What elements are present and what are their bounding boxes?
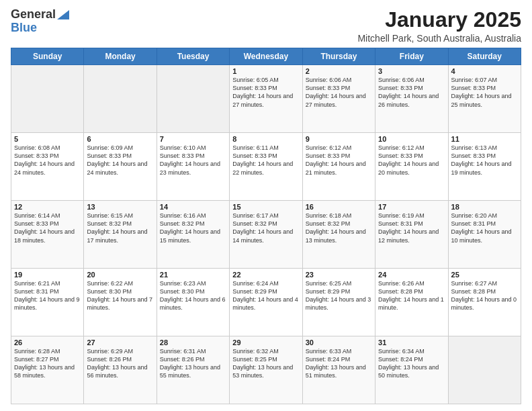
calendar-week-5: 26Sunrise: 6:28 AM Sunset: 8:27 PM Dayli… xyxy=(11,336,521,404)
calendar-cell: 20Sunrise: 6:22 AM Sunset: 8:30 PM Dayli… xyxy=(84,269,157,336)
calendar-week-2: 5Sunrise: 6:08 AM Sunset: 8:33 PM Daylig… xyxy=(11,133,521,201)
day-number: 29 xyxy=(232,338,299,347)
day-number: 13 xyxy=(87,203,153,211)
day-info: Sunrise: 6:13 AM Sunset: 8:33 PM Dayligh… xyxy=(451,144,518,177)
day-info: Sunrise: 6:18 AM Sunset: 8:32 PM Dayligh… xyxy=(306,212,372,244)
calendar-cell: 3Sunrise: 6:06 AM Sunset: 8:33 PM Daylig… xyxy=(375,65,448,133)
calendar-cell: 21Sunrise: 6:23 AM Sunset: 8:30 PM Dayli… xyxy=(157,269,229,336)
calendar-cell: 24Sunrise: 6:26 AM Sunset: 8:28 PM Dayli… xyxy=(375,269,448,336)
calendar-cell xyxy=(84,65,157,133)
calendar-cell: 28Sunrise: 6:31 AM Sunset: 8:26 PM Dayli… xyxy=(157,336,229,404)
day-number: 7 xyxy=(160,135,226,143)
calendar-cell: 16Sunrise: 6:18 AM Sunset: 8:32 PM Dayli… xyxy=(302,201,375,269)
day-number: 10 xyxy=(378,135,445,143)
logo-blue-text: Blue xyxy=(11,21,37,35)
logo: General Blue xyxy=(11,8,69,35)
calendar-cell xyxy=(157,65,229,133)
day-number: 12 xyxy=(14,203,81,211)
calendar-cell: 11Sunrise: 6:13 AM Sunset: 8:33 PM Dayli… xyxy=(448,133,521,201)
weekday-header-sunday: Sunday xyxy=(11,48,84,65)
day-info: Sunrise: 6:16 AM Sunset: 8:32 PM Dayligh… xyxy=(160,212,226,244)
day-number: 31 xyxy=(378,338,445,347)
calendar-cell: 5Sunrise: 6:08 AM Sunset: 8:33 PM Daylig… xyxy=(11,133,84,201)
day-number: 17 xyxy=(378,203,445,211)
calendar-cell: 10Sunrise: 6:12 AM Sunset: 8:33 PM Dayli… xyxy=(375,133,448,201)
weekday-header-wednesday: Wednesday xyxy=(230,48,302,65)
calendar-week-4: 19Sunrise: 6:21 AM Sunset: 8:31 PM Dayli… xyxy=(11,269,521,336)
day-info: Sunrise: 6:15 AM Sunset: 8:32 PM Dayligh… xyxy=(87,212,153,244)
day-number: 9 xyxy=(306,135,372,143)
day-number: 30 xyxy=(306,338,372,347)
calendar-cell: 13Sunrise: 6:15 AM Sunset: 8:32 PM Dayli… xyxy=(84,201,157,269)
calendar-cell: 12Sunrise: 6:14 AM Sunset: 8:33 PM Dayli… xyxy=(11,201,84,269)
weekday-header-monday: Monday xyxy=(84,48,157,65)
weekday-header-row: SundayMondayTuesdayWednesdayThursdayFrid… xyxy=(11,48,521,65)
day-info: Sunrise: 6:11 AM Sunset: 8:33 PM Dayligh… xyxy=(232,144,299,177)
day-info: Sunrise: 6:07 AM Sunset: 8:33 PM Dayligh… xyxy=(451,76,518,109)
day-info: Sunrise: 6:22 AM Sunset: 8:30 PM Dayligh… xyxy=(87,279,153,312)
day-info: Sunrise: 6:21 AM Sunset: 8:31 PM Dayligh… xyxy=(14,279,81,312)
day-info: Sunrise: 6:29 AM Sunset: 8:26 PM Dayligh… xyxy=(87,347,153,380)
day-info: Sunrise: 6:33 AM Sunset: 8:24 PM Dayligh… xyxy=(306,347,372,380)
svg-marker-0 xyxy=(57,10,69,19)
title-location: Mitchell Park, South Australia, Australi… xyxy=(357,33,521,44)
calendar-cell: 4Sunrise: 6:07 AM Sunset: 8:33 PM Daylig… xyxy=(448,65,521,133)
calendar-cell: 2Sunrise: 6:06 AM Sunset: 8:33 PM Daylig… xyxy=(302,65,375,133)
day-number: 27 xyxy=(87,338,153,347)
day-number: 23 xyxy=(306,271,372,279)
header: General Blue January 2025 Mitchell Park,… xyxy=(11,8,521,44)
day-number: 18 xyxy=(451,203,518,211)
day-info: Sunrise: 6:17 AM Sunset: 8:32 PM Dayligh… xyxy=(232,212,299,244)
day-info: Sunrise: 6:05 AM Sunset: 8:33 PM Dayligh… xyxy=(232,76,299,109)
day-info: Sunrise: 6:19 AM Sunset: 8:31 PM Dayligh… xyxy=(378,212,445,244)
title-block: January 2025 Mitchell Park, South Austra… xyxy=(357,8,521,44)
title-month: January 2025 xyxy=(357,8,521,32)
calendar-cell: 31Sunrise: 6:34 AM Sunset: 8:24 PM Dayli… xyxy=(375,336,448,404)
day-number: 14 xyxy=(160,203,226,211)
day-info: Sunrise: 6:32 AM Sunset: 8:25 PM Dayligh… xyxy=(232,347,299,380)
day-number: 24 xyxy=(378,271,445,279)
calendar-cell: 23Sunrise: 6:25 AM Sunset: 8:29 PM Dayli… xyxy=(302,269,375,336)
calendar-cell: 14Sunrise: 6:16 AM Sunset: 8:32 PM Dayli… xyxy=(157,201,229,269)
day-info: Sunrise: 6:20 AM Sunset: 8:31 PM Dayligh… xyxy=(451,212,518,244)
calendar-body: 1Sunrise: 6:05 AM Sunset: 8:33 PM Daylig… xyxy=(11,65,521,404)
page: General Blue January 2025 Mitchell Park,… xyxy=(0,0,532,411)
logo-general-text: General xyxy=(11,8,56,21)
calendar-cell: 17Sunrise: 6:19 AM Sunset: 8:31 PM Dayli… xyxy=(375,201,448,269)
day-info: Sunrise: 6:26 AM Sunset: 8:28 PM Dayligh… xyxy=(378,279,445,312)
calendar-cell: 18Sunrise: 6:20 AM Sunset: 8:31 PM Dayli… xyxy=(448,201,521,269)
calendar-cell: 30Sunrise: 6:33 AM Sunset: 8:24 PM Dayli… xyxy=(302,336,375,404)
day-number: 22 xyxy=(232,271,299,279)
day-info: Sunrise: 6:14 AM Sunset: 8:33 PM Dayligh… xyxy=(14,212,81,244)
day-number: 8 xyxy=(232,135,299,143)
weekday-header-saturday: Saturday xyxy=(448,48,521,65)
day-number: 21 xyxy=(160,271,226,279)
weekday-header-tuesday: Tuesday xyxy=(157,48,229,65)
weekday-header-thursday: Thursday xyxy=(302,48,375,65)
calendar-cell: 8Sunrise: 6:11 AM Sunset: 8:33 PM Daylig… xyxy=(230,133,302,201)
day-number: 15 xyxy=(232,203,299,211)
calendar-cell xyxy=(11,65,84,133)
calendar-cell: 22Sunrise: 6:24 AM Sunset: 8:29 PM Dayli… xyxy=(230,269,302,336)
day-number: 28 xyxy=(160,338,226,347)
weekday-header-friday: Friday xyxy=(375,48,448,65)
day-info: Sunrise: 6:08 AM Sunset: 8:33 PM Dayligh… xyxy=(14,144,81,177)
calendar-cell: 26Sunrise: 6:28 AM Sunset: 8:27 PM Dayli… xyxy=(11,336,84,404)
day-number: 20 xyxy=(87,271,153,279)
day-info: Sunrise: 6:06 AM Sunset: 8:33 PM Dayligh… xyxy=(306,76,372,109)
calendar-cell: 9Sunrise: 6:12 AM Sunset: 8:33 PM Daylig… xyxy=(302,133,375,201)
day-info: Sunrise: 6:23 AM Sunset: 8:30 PM Dayligh… xyxy=(160,279,226,312)
calendar-cell: 7Sunrise: 6:10 AM Sunset: 8:33 PM Daylig… xyxy=(157,133,229,201)
day-info: Sunrise: 6:12 AM Sunset: 8:33 PM Dayligh… xyxy=(306,144,372,177)
day-info: Sunrise: 6:34 AM Sunset: 8:24 PM Dayligh… xyxy=(378,347,445,380)
calendar-cell: 6Sunrise: 6:09 AM Sunset: 8:33 PM Daylig… xyxy=(84,133,157,201)
day-number: 26 xyxy=(14,338,81,347)
day-info: Sunrise: 6:27 AM Sunset: 8:28 PM Dayligh… xyxy=(451,279,518,312)
logo-triangle-icon xyxy=(57,10,69,19)
day-info: Sunrise: 6:31 AM Sunset: 8:26 PM Dayligh… xyxy=(160,347,226,380)
day-number: 1 xyxy=(232,67,299,75)
day-number: 16 xyxy=(306,203,372,211)
day-number: 6 xyxy=(87,135,153,143)
day-info: Sunrise: 6:10 AM Sunset: 8:33 PM Dayligh… xyxy=(160,144,226,177)
day-number: 4 xyxy=(451,67,518,75)
